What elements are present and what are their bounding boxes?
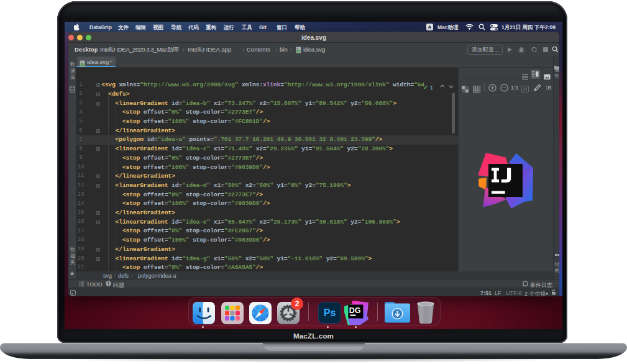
svg-text:DG: DG: [349, 306, 361, 315]
